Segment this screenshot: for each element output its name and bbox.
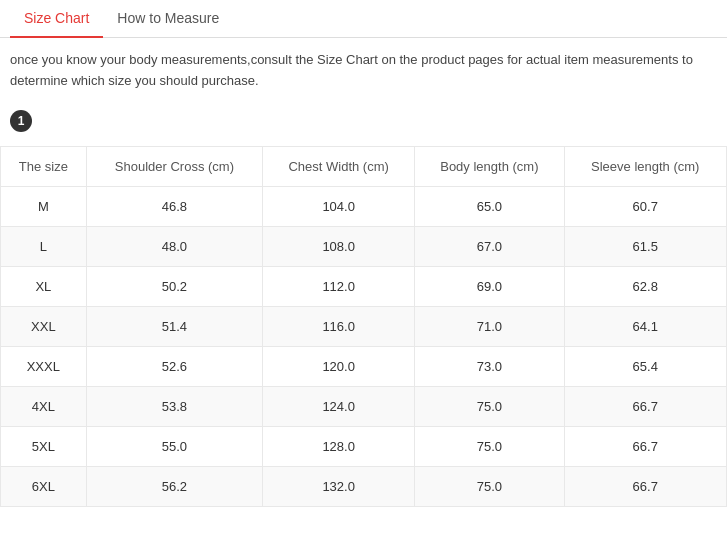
cell-2-4: 62.8 <box>564 266 726 306</box>
table-row: 6XL56.2132.075.066.7 <box>1 466 727 506</box>
cell-3-2: 116.0 <box>263 306 415 346</box>
cell-7-4: 66.7 <box>564 466 726 506</box>
description-text: once you know your body measurements,con… <box>0 50 727 102</box>
cell-1-1: 48.0 <box>86 226 262 266</box>
table-row: XXL51.4116.071.064.1 <box>1 306 727 346</box>
cell-2-3: 69.0 <box>415 266 564 306</box>
cell-6-3: 75.0 <box>415 426 564 466</box>
cell-0-0: M <box>1 186 87 226</box>
col-header-chest: Chest Width (cm) <box>263 146 415 186</box>
cell-7-1: 56.2 <box>86 466 262 506</box>
table-header-row: The size Shoulder Cross (cm) Chest Width… <box>1 146 727 186</box>
cell-2-1: 50.2 <box>86 266 262 306</box>
cell-3-0: XXL <box>1 306 87 346</box>
cell-6-4: 66.7 <box>564 426 726 466</box>
cell-4-1: 52.6 <box>86 346 262 386</box>
cell-2-0: XL <box>1 266 87 306</box>
tab-how-to-measure[interactable]: How to Measure <box>103 0 233 38</box>
cell-4-4: 65.4 <box>564 346 726 386</box>
cell-6-1: 55.0 <box>86 426 262 466</box>
table-row: XXXL52.6120.073.065.4 <box>1 346 727 386</box>
cell-0-3: 65.0 <box>415 186 564 226</box>
cell-0-1: 46.8 <box>86 186 262 226</box>
cell-7-3: 75.0 <box>415 466 564 506</box>
table-row: 5XL55.0128.075.066.7 <box>1 426 727 466</box>
cell-5-3: 75.0 <box>415 386 564 426</box>
table-row: L48.0108.067.061.5 <box>1 226 727 266</box>
cell-3-3: 71.0 <box>415 306 564 346</box>
cell-4-2: 120.0 <box>263 346 415 386</box>
cell-5-0: 4XL <box>1 386 87 426</box>
tab-bar: Size Chart How to Measure <box>0 0 727 38</box>
table-row: 4XL53.8124.075.066.7 <box>1 386 727 426</box>
cell-5-4: 66.7 <box>564 386 726 426</box>
cell-2-2: 112.0 <box>263 266 415 306</box>
cell-3-4: 64.1 <box>564 306 726 346</box>
col-header-size: The size <box>1 146 87 186</box>
cell-4-3: 73.0 <box>415 346 564 386</box>
table-row: M46.8104.065.060.7 <box>1 186 727 226</box>
col-header-shoulder: Shoulder Cross (cm) <box>86 146 262 186</box>
size-chart-table: The size Shoulder Cross (cm) Chest Width… <box>0 146 727 507</box>
cell-1-2: 108.0 <box>263 226 415 266</box>
cell-3-1: 51.4 <box>86 306 262 346</box>
cell-6-2: 128.0 <box>263 426 415 466</box>
table-row: XL50.2112.069.062.8 <box>1 266 727 306</box>
col-header-sleeve: Sleeve length (cm) <box>564 146 726 186</box>
cell-5-2: 124.0 <box>263 386 415 426</box>
cell-1-0: L <box>1 226 87 266</box>
step-badge: 1 <box>10 110 32 132</box>
col-header-body: Body length (cm) <box>415 146 564 186</box>
cell-1-4: 61.5 <box>564 226 726 266</box>
cell-7-0: 6XL <box>1 466 87 506</box>
cell-4-0: XXXL <box>1 346 87 386</box>
tabs-container: Size Chart How to Measure <box>0 0 727 38</box>
cell-5-1: 53.8 <box>86 386 262 426</box>
cell-7-2: 132.0 <box>263 466 415 506</box>
cell-6-0: 5XL <box>1 426 87 466</box>
cell-0-2: 104.0 <box>263 186 415 226</box>
cell-0-4: 60.7 <box>564 186 726 226</box>
cell-1-3: 67.0 <box>415 226 564 266</box>
tab-size-chart[interactable]: Size Chart <box>10 0 103 38</box>
